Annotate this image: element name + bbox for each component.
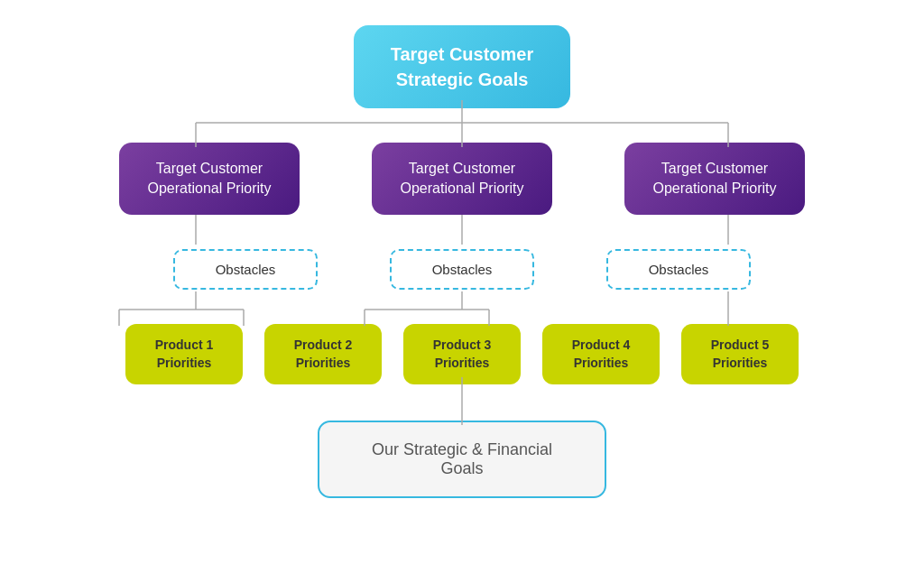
product-box-4: Product 4 Priorities [542, 324, 660, 384]
obstacles-label-2: Obstacles [432, 262, 493, 277]
obstacles-box-3: Obstacles [606, 249, 751, 290]
operational-label-2: Target Customer Operational Priority [401, 161, 524, 196]
product-box-2: Product 2 Priorities [264, 324, 382, 384]
product-label-3: Product 3 Priorities [433, 337, 492, 370]
obstacles-label-3: Obstacles [649, 262, 709, 277]
obstacles-row: Obstacles Obstacles Obstacles [173, 249, 751, 290]
product-label-2: Product 2 Priorities [294, 337, 353, 370]
strategic-row: Target Customer Strategic Goals [354, 25, 570, 108]
products-row: Product 1 Priorities Product 2 Prioritie… [125, 324, 799, 384]
operational-box-2: Target Customer Operational Priority [372, 143, 552, 216]
obstacles-box-1: Obstacles [173, 249, 318, 290]
operational-row: Target Customer Operational Priority Tar… [119, 143, 805, 216]
obstacles-box-2: Obstacles [390, 249, 534, 290]
bottom-goals-label: Our Strategic & Financial Goals [372, 440, 552, 477]
product-label-5: Product 5 Priorities [711, 337, 770, 370]
product-label-1: Product 1 Priorities [155, 337, 214, 370]
product-box-3: Product 3 Priorities [403, 324, 521, 384]
obstacles-label-1: Obstacles [216, 262, 276, 277]
strategic-goals-box: Target Customer Strategic Goals [354, 25, 570, 108]
operational-box-1: Target Customer Operational Priority [119, 143, 300, 216]
operational-label-1: Target Customer Operational Priority [148, 161, 272, 196]
operational-label-3: Target Customer Operational Priority [653, 161, 777, 196]
bottom-row: Our Strategic & Financial Goals [318, 421, 606, 498]
diagram: Target Customer Strategic Goals Target C… [29, 16, 895, 549]
operational-box-3: Target Customer Operational Priority [624, 143, 805, 216]
bottom-goals-box: Our Strategic & Financial Goals [318, 421, 606, 498]
product-box-5: Product 5 Priorities [681, 324, 799, 384]
product-label-4: Product 4 Priorities [572, 337, 631, 370]
strategic-goals-label: Target Customer Strategic Goals [391, 44, 534, 89]
product-box-1: Product 1 Priorities [125, 324, 243, 384]
